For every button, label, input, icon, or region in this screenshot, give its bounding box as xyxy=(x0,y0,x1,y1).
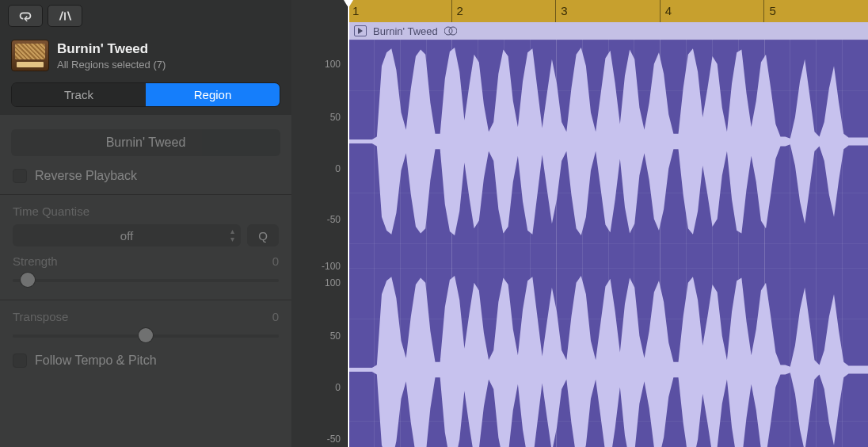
transpose-value: 0 xyxy=(272,310,279,323)
axis-tick: 50 xyxy=(330,112,341,123)
bar-marker[interactable]: 1 xyxy=(348,0,451,22)
inspector-panel: Burnin' Tweed All Regions selected (7) T… xyxy=(0,0,291,447)
waveform-area[interactable]: 12345 Burnin' Tweed xyxy=(347,0,868,447)
transpose-label: Transpose xyxy=(13,310,68,323)
axis-tick: 50 xyxy=(330,330,341,342)
flex-tool-button[interactable] xyxy=(48,5,82,27)
chevron-up-down-icon: ▴▾ xyxy=(230,227,234,243)
play-icon xyxy=(354,25,367,36)
svg-point-1 xyxy=(449,27,457,35)
quantise-now-button[interactable]: Q xyxy=(247,224,279,246)
axis-tick: -100 xyxy=(322,261,341,272)
time-quantise-label: Time Quantise xyxy=(13,204,279,218)
playhead[interactable] xyxy=(348,0,349,447)
waveform-surface[interactable] xyxy=(348,40,868,447)
strength-value: 0 xyxy=(272,254,279,268)
follow-tempo-label: Follow Tempo & Pitch xyxy=(35,353,157,368)
axis-tick: 0 xyxy=(335,163,341,174)
axis-tick: -50 xyxy=(327,214,341,225)
tab-track[interactable]: Track xyxy=(12,83,146,106)
time-quantise-select[interactable]: off ▴▾ xyxy=(13,224,241,246)
inspector-tabs: Track Region xyxy=(11,82,280,107)
strength-slider[interactable] xyxy=(13,273,279,287)
region-title: Burnin' Tweed xyxy=(57,41,166,57)
follow-tempo-checkbox[interactable] xyxy=(13,353,27,368)
amplitude-axis: 100500-50-100100500-50-100 xyxy=(291,0,347,447)
transpose-slider[interactable] xyxy=(13,328,279,342)
axis-tick: 100 xyxy=(325,59,341,70)
tab-region[interactable]: Region xyxy=(146,83,280,106)
axis-tick: 0 xyxy=(335,382,341,393)
bar-marker[interactable]: 4 xyxy=(660,0,764,22)
region-name-field[interactable]: Burnin' Tweed xyxy=(11,129,280,156)
audio-editor: 100500-50-100100500-50-100 12345 Burnin'… xyxy=(291,0,868,447)
axis-tick: -50 xyxy=(327,434,341,445)
strength-label: Strength xyxy=(13,254,58,268)
reverse-playback-label: Reverse Playback xyxy=(35,169,137,183)
bar-marker[interactable]: 5 xyxy=(763,0,868,22)
bar-ruler[interactable]: 12345 xyxy=(348,0,868,22)
waveform-right-channel xyxy=(348,268,868,447)
reverse-playback-checkbox[interactable] xyxy=(13,169,27,183)
stereo-icon xyxy=(444,25,457,36)
axis-tick: 100 xyxy=(325,277,341,288)
track-icon xyxy=(11,40,49,71)
svg-point-0 xyxy=(444,27,452,35)
region-strip-name: Burnin' Tweed xyxy=(373,25,438,37)
loop-tool-button[interactable] xyxy=(8,5,43,27)
waveform-left-channel xyxy=(348,40,868,243)
region-header-strip[interactable]: Burnin' Tweed xyxy=(348,22,868,40)
region-subtitle: All Regions selected (7) xyxy=(57,59,166,71)
bar-marker[interactable]: 3 xyxy=(555,0,660,22)
bar-marker[interactable]: 2 xyxy=(451,0,556,22)
